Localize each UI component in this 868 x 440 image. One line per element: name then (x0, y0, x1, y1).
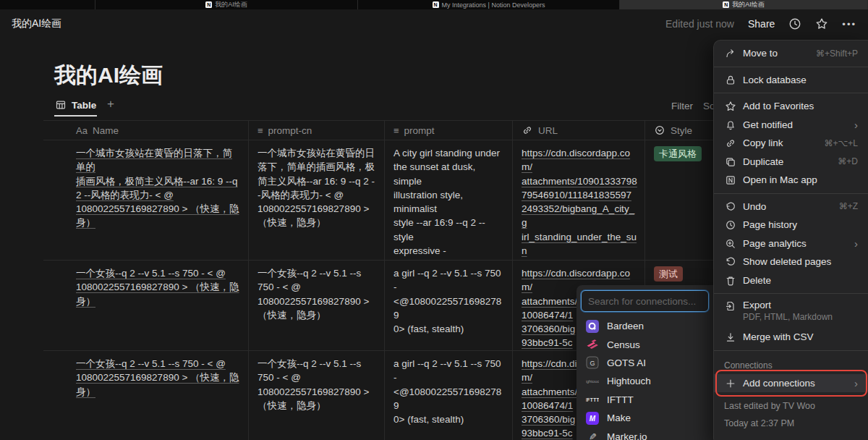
menu-item-label: Show deleted pages (743, 256, 858, 267)
table-cell-prompt-cn[interactable]: 一个女孩--q 2 --v 5.1 --s 750 - < @ 10800225… (248, 261, 384, 350)
connection-item-hightouch[interactable]: hightouchHightouch (581, 372, 709, 390)
add-connections-wrapper: Add connections› (714, 374, 868, 393)
browser-tab-我的ai绘画[interactable]: N我的AI绘画 (95, 0, 358, 9)
menu-item-shortcut: ⌘+⌥+L (824, 138, 858, 148)
menu-item-page-analytics[interactable]: Page analytics› (714, 234, 868, 253)
menu-item-export[interactable]: ExportPDF, HTML, Markdown (714, 297, 868, 328)
column-header-prompt-cn[interactable]: ≡prompt-cn (248, 121, 384, 140)
notion-favicon-icon: N (205, 1, 212, 8)
column-header-url[interactable]: URL (512, 121, 644, 140)
clock-icon[interactable] (788, 17, 801, 30)
cell-text-link: https://cdn.discordapp.com/ attachments/… (522, 148, 637, 260)
chevron-right-icon: › (854, 119, 858, 130)
menu-item-add-connections[interactable]: Add connections› (714, 374, 868, 393)
menu-item-page-history[interactable]: Page history (714, 216, 868, 234)
chevron-right-icon: › (854, 378, 858, 389)
column-header-name[interactable]: AaName (43, 121, 248, 140)
plus-icon (724, 378, 736, 389)
connection-item-gots-ai[interactable]: GGOTS AI (581, 354, 709, 372)
more-icon[interactable]: ••• (842, 19, 856, 30)
menu-item-label: Export (743, 300, 858, 310)
browser-tab-label: My Integrations | Notion Developers (442, 1, 545, 9)
table-cell-prompt-cn[interactable]: 一个女孩--q 2 --v 5.1 --s 750 - < @ 10800225… (248, 351, 384, 440)
tab-table-view[interactable]: Table (54, 95, 97, 117)
menu-item-duplicate[interactable]: Duplicate⌘+D (714, 153, 868, 172)
menu-item-merge-with-csv[interactable]: Merge with CSV (714, 328, 868, 347)
gots-ai-icon: G (586, 356, 599, 369)
menu-divider (714, 293, 868, 294)
table-cell-name[interactable]: 一个城市女孩站在黄昏的日落下，简单的 插画风格，极简主义风格--ar 16: 9… (43, 140, 248, 260)
cell-text: 一个女孩--q 2 --v 5.1 --s 750 - < @ 10800225… (258, 268, 369, 321)
history-icon (724, 219, 736, 231)
menu-footer-line: Today at 2:37 PM (724, 415, 858, 432)
breadcrumb[interactable]: 我的AI绘画 (12, 17, 61, 30)
table-cell-name[interactable]: 一个女孩--q 2 --v 5.1 --s 750 - < @ 10800225… (43, 351, 248, 440)
menu-item-show-deleted-pages[interactable]: Show deleted pages (714, 253, 868, 271)
browser-tab-label: 我的AI绘画 (215, 0, 247, 9)
star-icon[interactable] (815, 17, 828, 30)
svg-text:G: G (590, 360, 595, 367)
menu-divider (714, 93, 868, 93)
menu-item-get-notified[interactable]: Get notified› (714, 116, 868, 135)
hightouch-icon: hightouch (586, 375, 599, 388)
menu-item-label: Get notified (743, 119, 848, 130)
share-button[interactable]: Share (748, 18, 775, 30)
connection-item-make[interactable]: MMake (581, 409, 709, 427)
table-cell-prompt-cn[interactable]: 一个城市女孩站在黄昏的日 落下，简单的插画风格，极 简主义风格--ar 16: … (248, 140, 384, 260)
table-view-icon (55, 99, 67, 111)
page-title[interactable]: 我的AI绘画 (54, 61, 163, 90)
move-to-icon (724, 48, 736, 59)
text-lines-icon: ≡ (258, 125, 263, 136)
connection-item-census[interactable]: Census (581, 335, 709, 353)
menu-item-copy-link[interactable]: Copy link⌘+⌥+L (714, 134, 868, 153)
column-header-prompt[interactable]: ≡prompt (384, 121, 512, 140)
marker-io-icon: ✎ (586, 430, 599, 440)
menu-item-label: Open in Mac app (743, 174, 858, 185)
search-connections-input[interactable] (581, 290, 709, 312)
cell-text: a girl --q 2 --v 5.1 --s 750 - <@1080022… (393, 358, 501, 425)
trash-icon (724, 275, 736, 287)
menu-item-label: Undo (743, 201, 833, 212)
connection-item-marker-io[interactable]: ✎Marker.io (581, 427, 709, 440)
menu-item-delete[interactable]: Delete (714, 271, 868, 290)
browser-tab-0[interactable] (0, 0, 95, 9)
table-cell-url[interactable]: https://cdn.discordapp.com/ attachments/… (512, 140, 644, 260)
browser-tab-label: 我的AI绘画 (732, 0, 765, 9)
menu-item-add-to-favorites[interactable]: Add to Favorites (714, 97, 868, 116)
menu-item-lock-database[interactable]: Lock database (714, 71, 868, 90)
menu-item-label: Merge with CSV (743, 331, 858, 342)
menu-item-move-to[interactable]: Move to⌘+Shift+P (714, 44, 868, 63)
menu-footer: Last edited by TV WooToday at 2:37 PM (714, 392, 868, 432)
ifttt-icon: IFTTT (586, 393, 599, 406)
table-view-label: Table (72, 100, 96, 111)
connection-item-ifttt[interactable]: IFTTTIFTTT (581, 391, 709, 409)
census-icon (586, 338, 599, 351)
connection-label: Make (607, 412, 631, 423)
browser-tab-strip: N我的AI绘画NMy Integrations | Notion Develop… (0, 0, 868, 9)
connection-label: Census (607, 339, 640, 350)
browser-tab-my-integrations-notion-developers[interactable]: NMy Integrations | Notion Developers (358, 0, 620, 9)
add-view-button[interactable]: + (107, 97, 114, 111)
table-cell-prompt[interactable]: a girl --q 2 --v 5.1 --s 750 - <@1080022… (384, 261, 512, 350)
menu-item-shortcut: ⌘+Shift+P (816, 48, 858, 59)
filter-button[interactable]: Filter (671, 101, 693, 111)
browser-tab-我的ai绘画[interactable]: N我的AI绘画 (620, 0, 868, 9)
connections-search-popup: BardeenCensusGGOTS AIhightouchHightouchI… (576, 285, 713, 440)
notion-favicon-icon: N (723, 1, 729, 8)
menu-item-label: Add connections (743, 378, 848, 389)
menu-item-open-in-mac-app[interactable]: Open in Mac app (714, 171, 868, 190)
cell-text-link: 一个城市女孩站在黄昏的日落下，简单的 插画风格，极简主义风格--ar 16: 9… (76, 148, 239, 228)
lock-icon (724, 75, 736, 86)
table-cell-prompt[interactable]: A city girl standing under the sunset at… (384, 140, 512, 260)
notion-favicon-icon: N (433, 1, 439, 8)
duplicate-icon (724, 156, 736, 168)
style-tag: 测试 (654, 266, 683, 282)
menu-item-undo[interactable]: Undo⌘+Z (714, 198, 868, 216)
connection-item-bardeen[interactable]: Bardeen (581, 317, 709, 335)
table-cell-name[interactable]: 一个女孩--q 2 --v 5.1 --s 750 - < @ 10800225… (43, 261, 248, 350)
menu-divider (714, 193, 868, 194)
merge-csv-icon (724, 331, 736, 343)
table-cell-prompt[interactable]: a girl --q 2 --v 5.1 --s 750 - <@1080022… (384, 351, 512, 440)
connection-label: Bardeen (607, 321, 644, 331)
menu-item-label: Add to Favorites (743, 101, 858, 111)
